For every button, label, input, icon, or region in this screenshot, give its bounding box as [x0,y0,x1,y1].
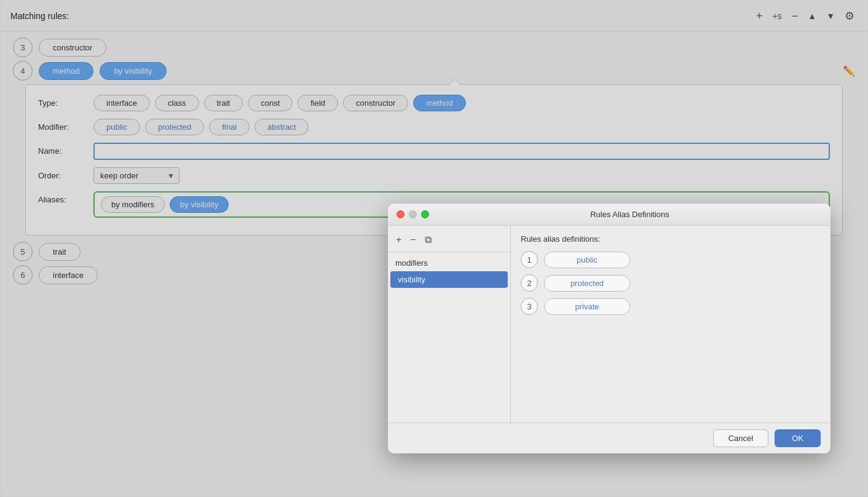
dialog-remove-button[interactable]: − [407,233,419,247]
dialog-left-panel: + − ⧉ modifiers visibility [388,226,511,423]
dialog-list-item-visibility[interactable]: visibility [390,271,508,288]
maximize-button[interactable] [421,210,429,218]
cancel-button[interactable]: Cancel [713,429,768,447]
alias-def-chip-protected[interactable]: protected [544,275,630,292]
dialog-body: + − ⧉ modifiers visibility Rules alias d… [388,226,831,423]
alias-num-1: 1 [521,251,538,268]
modal-overlay: Rules Alias Definitions + − ⧉ modifiers … [1,1,867,496]
dialog-title: Rules Alias Definitions [438,210,822,219]
main-panel: Matching rules: + +s − ▲ ▼ ⚙ 3 construct… [0,0,868,497]
dialog-titlebar: Rules Alias Definitions [388,204,831,226]
dialog-right-panel: Rules alias definitions: 1 public 2 prot… [511,226,831,423]
ok-button[interactable]: OK [775,429,821,447]
dialog-footer: Cancel OK [388,423,831,453]
dialog-list-toolbar: + − ⧉ [388,231,510,252]
alias-def-chip-public[interactable]: public [544,252,630,268]
rules-alias-definitions-dialog: Rules Alias Definitions + − ⧉ modifiers … [388,204,831,453]
dialog-right-title: Rules alias definitions: [521,234,821,244]
close-button[interactable] [397,210,404,218]
alias-def-chip-private[interactable]: private [544,298,630,315]
dialog-list-item-modifiers[interactable]: modifiers [388,255,510,271]
minimize-button[interactable] [409,210,417,218]
alias-def-row-3: 3 private [521,298,821,315]
dialog-add-button[interactable]: + [393,233,404,247]
dialog-copy-button[interactable]: ⧉ [422,233,435,247]
alias-def-row-1: 1 public [521,251,821,268]
traffic-lights [397,210,429,218]
alias-num-2: 2 [521,274,538,292]
alias-def-row-2: 2 protected [521,274,821,292]
alias-num-3: 3 [521,298,538,315]
